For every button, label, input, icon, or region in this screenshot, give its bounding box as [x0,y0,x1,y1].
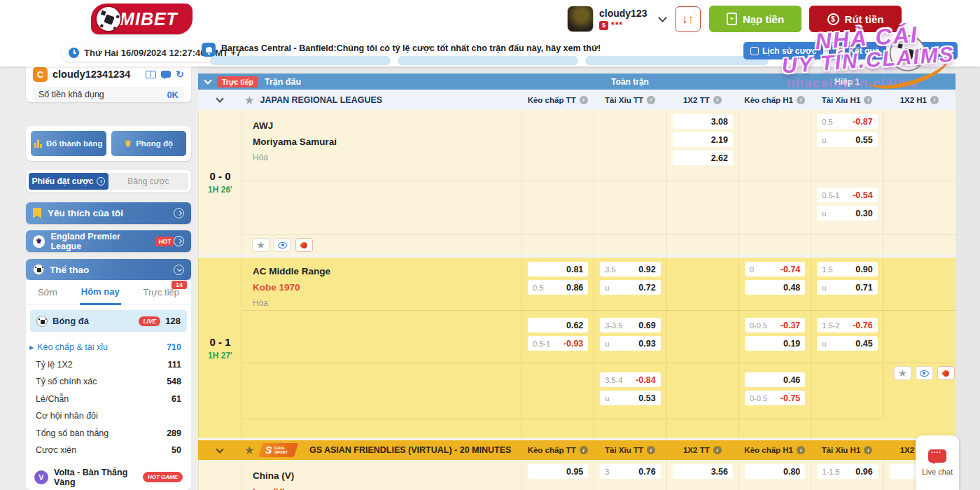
transactions-button[interactable]: ↓ ↑ [675,6,701,32]
menu-item-odd-even[interactable]: Lẻ/Chẵn61 [36,391,181,408]
menu-item-handicap-ou[interactable]: ▶ Kèo chấp & tài xỉu710 [36,339,181,356]
hot-button[interactable] [937,366,955,380]
chevron-down-icon[interactable] [216,445,223,453]
odds-box[interactable]: 0.48 [745,280,805,295]
info-icon[interactable]: i [797,446,805,454]
info-icon[interactable]: i [713,446,722,454]
results-button[interactable]: S Kết quả [829,42,886,59]
home-team: China (V) [253,468,522,484]
mibet-logo[interactable]: MIBET [91,4,192,34]
info-icon[interactable]: i [864,446,872,454]
menu-item-parlay[interactable]: Cược xiên50 [36,442,181,459]
betlist-tab[interactable]: Bảng cược [108,173,188,190]
hot-button[interactable] [295,238,313,252]
odds-box[interactable]: 30.76 [600,464,660,479]
odds-box[interactable]: u0.71 [817,280,877,295]
chevron-down-icon[interactable] [659,13,668,22]
odds-box[interactable]: u0.30 [817,206,877,220]
odds-hdp-ft: 0.95 [522,460,594,490]
quick-link-chip[interactable] [585,56,769,65]
odds-box[interactable]: 0.80 [745,464,805,479]
form-button[interactable]: ♛ Phong độ [111,131,187,156]
quick-link-chip[interactable] [398,56,578,65]
betslip-tab[interactable]: Phiếu đặt cược › [29,173,108,190]
info-icon[interactable]: i [713,96,722,104]
favorites-bar[interactable]: Yêu thích của tôi [26,202,191,224]
tab-early[interactable]: Sớm [36,281,59,304]
football-row[interactable]: Bóng đá LIVE 128 [30,310,187,332]
avatar[interactable] [567,6,594,32]
odds-box[interactable]: 0.5-1-0.54 [817,188,877,202]
favorite-star-button[interactable]: ★ [252,238,270,252]
odds-box[interactable]: u0.53 [600,391,660,405]
odds-box[interactable]: 0.95 [528,464,588,479]
bet-history-button[interactable]: Lịch sử cược [743,42,823,59]
odds-box[interactable]: 2.19 [673,132,733,147]
volta-row[interactable]: V Volta - Bàn Thắng Vàng HOT GAME [26,459,191,487]
info-icon[interactable]: i [797,96,805,104]
menu-item-1x2[interactable]: Tỷ lệ 1X2111 [36,356,181,374]
message-icon[interactable] [161,71,171,78]
live-chat-button[interactable]: Live chat [916,435,959,490]
odds-box[interactable]: 0.81 [528,262,588,276]
info-icon[interactable]: i [580,96,588,104]
match-teams[interactable]: China (V) Iran (V) [241,460,522,490]
odds-box[interactable]: 3.5-4-0.84 [600,372,660,387]
leaderboard-button[interactable]: Đổ thành bảng [31,131,106,156]
odds-box[interactable]: 0.5-0.87 [817,114,877,129]
odds-box[interactable]: 3.50.92 [600,262,660,276]
epl-label: England Premier League [50,232,150,251]
odds-box[interactable]: 0-0.5-0.37 [745,318,805,332]
match-row-china: China (V) Iran (V) 0.95 30.76 3.56 0.80 … [198,460,955,490]
odds-box[interactable]: 0.46 [745,372,805,387]
info-icon[interactable]: i [864,96,872,104]
menu-item-total-goals[interactable]: Tổng số bàn thắng289 [36,425,181,442]
user-account[interactable]: cloudy123 $ *** [567,6,670,32]
odds-box[interactable]: u0.45 [817,336,877,351]
live-filter-badge[interactable]: Trực tiếp [217,76,258,88]
odds-box[interactable]: 3.08 [673,114,733,129]
odds-box[interactable]: 2.62 [673,150,733,165]
info-icon[interactable]: i [647,446,655,454]
odds-box[interactable]: 1.50.90 [817,262,877,276]
odds-box[interactable]: 0.19 [745,336,805,351]
balance-value: 0K [167,90,178,100]
sports-bar[interactable]: Thể thao [26,259,191,280]
odds-box[interactable]: 0.5-1-0.93 [528,336,588,351]
odds-box[interactable]: 1.5-2-0.76 [817,318,877,332]
odds-box[interactable]: 3-3.50.69 [600,318,660,332]
star-icon[interactable]: ★ [245,94,254,106]
odds-box[interactable]: u0.72 [600,280,660,295]
odds-box[interactable]: 0-0.5-0.75 [745,391,805,405]
info-icon[interactable]: i [647,96,655,104]
odds-box[interactable]: 1-1.50.96 [817,464,877,479]
odds-box[interactable]: 3.56 [673,464,733,479]
watch-button[interactable] [274,238,291,252]
match-teams[interactable]: AC Middle Range Kobe 1970 Hòa [241,258,522,310]
deposit-button[interactable]: + Nạp tiền [709,6,802,32]
tab-today[interactable]: Hôm nay [80,280,121,305]
menu-item-correct-score[interactable]: Tỷ số chính xác548 [36,373,181,391]
history-icon [750,47,759,55]
chevron-down-icon[interactable] [204,76,211,84]
chevron-down-icon[interactable] [216,94,223,102]
menu-item-double-chance[interactable]: Cơ hội nhân đôi [36,407,181,425]
odds-box[interactable]: u0.55 [817,132,877,147]
statement-icon[interactable] [146,71,156,78]
info-icon[interactable]: i [930,96,939,104]
quick-link-chip[interactable] [210,56,391,65]
odds-box[interactable]: u0.93 [600,336,660,351]
ticker-message[interactable]: Barracas Central - Banfield:Chúng tôi có… [221,43,601,53]
favorite-star-button[interactable]: ★ [894,366,911,380]
watch-button[interactable] [916,366,933,380]
star-icon[interactable]: ★ [245,444,254,456]
refresh-icon[interactable]: ↻ [176,69,184,80]
info-icon[interactable]: i [580,446,588,454]
odds-box[interactable]: 0.62 [528,318,588,332]
odds-box[interactable]: 0.50.86 [528,280,588,295]
match-teams[interactable]: AWJ Moriyama Samurai Hòa [241,110,522,181]
withdraw-button[interactable]: $ Rút tiền [809,6,902,32]
discussion-button[interactable]: Thảo luận [892,42,958,59]
epl-bar[interactable]: ⚜ England Premier League HOT [26,230,191,252]
odds-box[interactable]: 0-0.74 [745,262,805,276]
